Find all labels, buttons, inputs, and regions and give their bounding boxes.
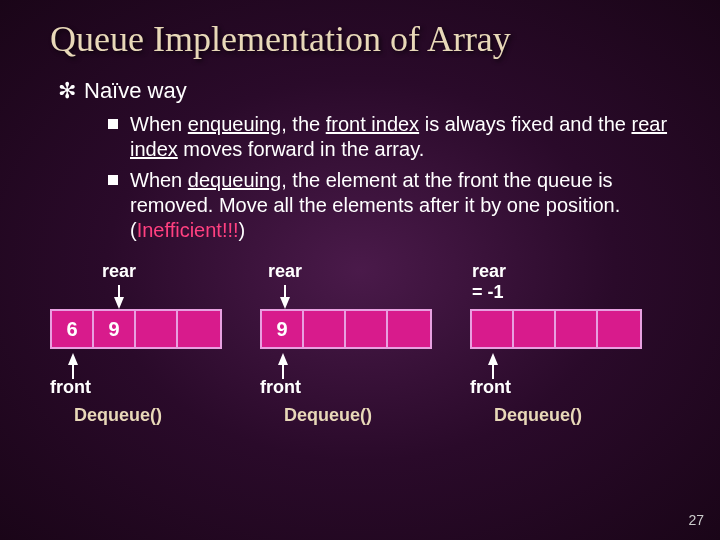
front-label: front [260, 377, 301, 398]
bullet-level1: ✻Naïve way [58, 78, 670, 104]
text: When [130, 169, 188, 191]
operation-label: Dequeue() [74, 405, 162, 426]
arrow-up-icon [488, 353, 498, 365]
text: When [130, 113, 188, 135]
diagram-3: rear = -1 front Dequeue() [470, 261, 670, 426]
text: ) [239, 219, 246, 241]
rear-label: rear [102, 261, 136, 282]
cell: 9 [262, 311, 304, 347]
cell [598, 311, 640, 347]
text-underline: enqueuing [188, 113, 281, 135]
operation-label: Dequeue() [284, 405, 372, 426]
front-label: front [50, 377, 91, 398]
array-cells [470, 309, 642, 349]
text: , the [281, 113, 325, 135]
rear-label: rear = -1 [472, 261, 506, 303]
cell [136, 311, 178, 347]
diagram-1: rear 6 9 front Dequeue() [50, 261, 230, 426]
square-icon [108, 119, 118, 129]
cell: 9 [94, 311, 136, 347]
array-cells: 9 [260, 309, 432, 349]
front-label: front [470, 377, 511, 398]
text: moves forward in the array. [178, 138, 424, 160]
arrow-down-icon [114, 297, 124, 309]
bullet-text: When dequeuing, the element at the front… [130, 168, 670, 243]
cell: 6 [52, 311, 94, 347]
text: is always fixed and the [419, 113, 631, 135]
cell [514, 311, 556, 347]
rear-label: rear [268, 261, 302, 282]
text-underline: front index [326, 113, 419, 135]
bullet-text: When enqueuing, the front index is alway… [130, 112, 670, 162]
array-cells: 6 9 [50, 309, 222, 349]
cell [304, 311, 346, 347]
level1-label: Naïve way [84, 78, 187, 103]
cell [346, 311, 388, 347]
slide: Queue Implementation of Array ✻Naïve way… [0, 0, 720, 426]
page-number: 27 [688, 512, 704, 528]
cell [472, 311, 514, 347]
square-icon [108, 175, 118, 185]
page-title: Queue Implementation of Array [50, 18, 670, 60]
cell [178, 311, 220, 347]
diagrams-row: rear 6 9 front Dequeue() rear 9 [50, 261, 670, 426]
arrow-up-icon [278, 353, 288, 365]
arrow-up-icon [68, 353, 78, 365]
cell [556, 311, 598, 347]
bullet-enqueue: When enqueuing, the front index is alway… [108, 112, 670, 162]
arrow-down-icon [280, 297, 290, 309]
operation-label: Dequeue() [494, 405, 582, 426]
text-underline: dequeuing [188, 169, 281, 191]
star-icon: ✻ [58, 78, 84, 104]
cell [388, 311, 430, 347]
diagram-2: rear 9 front Dequeue() [260, 261, 440, 426]
text-red: Inefficient!!! [137, 219, 239, 241]
bullet-dequeue: When dequeuing, the element at the front… [108, 168, 670, 243]
